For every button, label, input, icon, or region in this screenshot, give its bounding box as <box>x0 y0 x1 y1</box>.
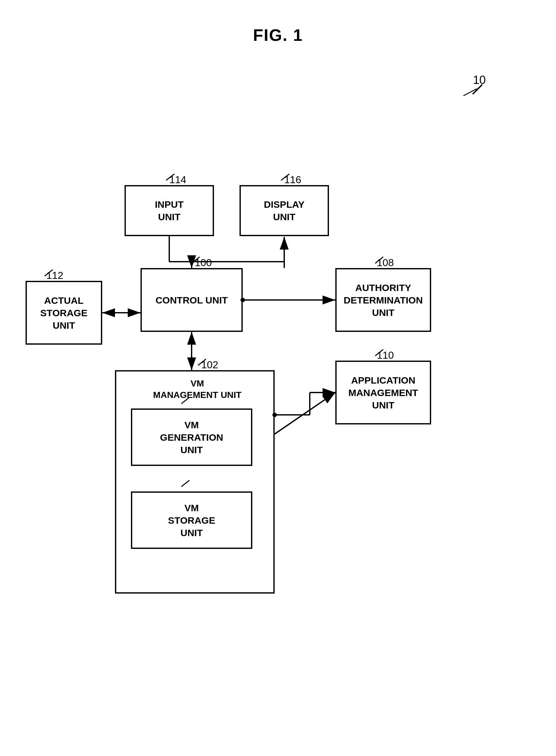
ref-10-arrow: ╱ <box>463 84 477 100</box>
control-unit-box: CONTROL UNIT <box>141 268 243 332</box>
app-management-unit-box: APPLICATIONMANAGEMENTUNIT <box>335 361 431 424</box>
diagram-arrows <box>0 0 556 756</box>
display-unit-box: DISPLAYUNIT <box>240 185 329 236</box>
vm-storage-unit-box: VMSTORAGEUNIT <box>131 491 252 549</box>
vm-management-unit-box: VM MANAGEMENT UNIT <box>115 370 275 594</box>
svg-line-16 <box>275 392 335 434</box>
ref-100: 100 <box>195 257 212 269</box>
ref-116: 116 <box>284 174 301 186</box>
authority-determination-unit-box: AUTHORITYDETERMINATIONUNIT <box>335 268 431 332</box>
ref-112: 112 <box>46 270 63 281</box>
ref-102: 102 <box>201 359 218 371</box>
input-unit-box: INPUTUNIT <box>125 185 214 236</box>
ref-114: 114 <box>169 174 186 186</box>
ref-108: 108 <box>377 257 394 269</box>
figure-title: FIG. 1 <box>253 26 303 45</box>
ref-110: 110 <box>377 349 394 361</box>
vm-generation-unit-box: VMGENERATIONUNIT <box>131 409 252 466</box>
ref-10: 10 <box>473 73 486 87</box>
actual-storage-unit-box: ACTUALSTORAGEUNIT <box>26 281 102 345</box>
